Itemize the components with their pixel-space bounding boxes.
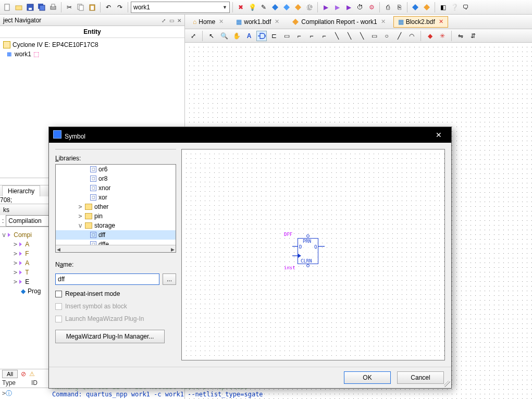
project-row[interactable]: ▦ work1 ⬚ [3, 49, 181, 59]
tab-block2[interactable]: ▦ Block2.bdf ✕ [393, 16, 448, 28]
resize-grip-icon[interactable] [444, 381, 450, 387]
dl-blue-icon[interactable] [410, 2, 420, 13]
stop-icon[interactable]: STOP [304, 2, 315, 13]
undo-icon[interactable]: ↶ [103, 2, 114, 13]
device-row[interactable]: Cyclone IV E: EP4CE10F17C8 [3, 40, 181, 49]
ok-button[interactable]: OK [344, 371, 391, 384]
new-icon[interactable] [2, 2, 13, 13]
close-panel-icon[interactable]: ✕ [177, 18, 181, 23]
dialog-titlebar[interactable]: Symbol ✕ [49, 127, 451, 143]
clock-icon[interactable]: ⏱ [355, 2, 365, 13]
zoom-icon[interactable]: 🔍 [219, 31, 229, 41]
misc2-icon[interactable]: ⎘ [394, 2, 404, 13]
arc-icon[interactable]: ◠ [406, 31, 417, 41]
tab-compilation-report[interactable]: Compilation Report - work1 ✕ [287, 16, 390, 28]
name-input[interactable] [55, 273, 159, 285]
misc1-icon[interactable]: ⎙ [382, 2, 393, 13]
expand-icon[interactable]: > [78, 212, 83, 220]
close-icon[interactable]: ✕ [275, 18, 279, 25]
list-item[interactable]: ◻or8 [56, 174, 176, 183]
folder-pin[interactable]: >pin [56, 211, 176, 221]
hand-icon[interactable]: ✋ [231, 31, 242, 41]
help-icon[interactable]: ❔ [449, 2, 460, 13]
block-icon[interactable]: ▭ [281, 31, 292, 41]
paste-icon[interactable] [87, 2, 97, 13]
play2-icon[interactable]: ▶ [332, 2, 342, 13]
list-item-dff[interactable]: ◻dff [56, 230, 176, 240]
pin-tool-icon[interactable]: ⊏ [269, 31, 279, 41]
list-item[interactable]: ◻dffe [56, 240, 176, 245]
tool-1-icon[interactable]: ✖ [236, 2, 246, 13]
dock-icon[interactable]: ▭ [169, 18, 174, 23]
error-icon[interactable]: ⊘ [21, 370, 26, 378]
scroll-right-icon[interactable]: ▶ [171, 247, 175, 252]
tab-work1[interactable]: ▦ work1.bdf ✕ [231, 16, 284, 28]
play-icon [19, 280, 22, 284]
ortho2-icon[interactable]: ⌐ [306, 31, 317, 41]
tool-orange-icon[interactable] [293, 2, 303, 13]
open-icon[interactable] [14, 2, 24, 13]
flip-v-icon[interactable]: ⇵ [468, 31, 478, 41]
filter-all[interactable]: All [2, 370, 18, 378]
diag2-icon[interactable]: ╲ [344, 31, 354, 41]
ortho-icon[interactable]: ⌐ [294, 31, 304, 41]
cancel-button[interactable]: Cancel [397, 371, 444, 384]
symbol-preview[interactable]: DFF inst PRN CLRN D Q [181, 149, 445, 360]
tool-blue-icon[interactable] [270, 2, 280, 13]
play-icon[interactable]: ▶ [320, 2, 331, 13]
close-icon[interactable]: ✕ [439, 18, 443, 25]
warn-icon[interactable]: ⚠ [29, 370, 35, 378]
h-scrollbar[interactable]: ◀▶ [56, 245, 176, 253]
redo-icon[interactable]: ↷ [115, 2, 125, 13]
extra-icon[interactable]: ◧ [438, 2, 448, 13]
svg-text:STOP: STOP [306, 4, 313, 10]
close-icon[interactable]: ✕ [219, 18, 224, 25]
snap-icon[interactable]: ◆ [425, 31, 435, 41]
dl-orange-icon[interactable] [422, 2, 432, 13]
snap2-icon[interactable]: ✳ [437, 31, 448, 41]
name-label: Name: [55, 261, 176, 268]
copy-icon[interactable] [76, 2, 86, 13]
saveall-icon[interactable] [36, 2, 47, 13]
list-item[interactable]: ◻xor [56, 193, 176, 202]
cut-icon[interactable]: ✂ [64, 2, 75, 13]
hierarchy-tab[interactable]: Hierarchy [2, 185, 40, 196]
gear-icon[interactable]: ⚙ [366, 2, 377, 13]
rect-icon[interactable]: ▭ [369, 31, 379, 41]
checkbox-icon[interactable] [55, 291, 62, 297]
extra2-icon[interactable]: 🗨 [461, 2, 471, 13]
diag3-icon[interactable]: ╲ [356, 31, 367, 41]
folder-storage[interactable]: vstorage [56, 221, 176, 230]
tab-home[interactable]: ⌂ Home ✕ [188, 16, 228, 28]
list-item[interactable]: ◻or6 [56, 165, 176, 174]
oval-icon[interactable]: ○ [381, 31, 392, 41]
play-red-icon[interactable]: ▶ [343, 2, 354, 13]
tool-bulb-icon[interactable]: 💡 [247, 2, 257, 13]
nav-title: ject Navigator [3, 17, 41, 24]
line-icon[interactable]: ╱ [394, 31, 404, 41]
flip-h-icon[interactable]: ⇋ [455, 31, 466, 41]
tool-pencil-icon[interactable]: ✎ [258, 2, 269, 13]
tool-blue2-icon[interactable] [281, 2, 292, 13]
megawizard-button[interactable]: MegaWizard Plug-In Manager... [55, 330, 165, 343]
symbol-icon[interactable] [256, 31, 267, 41]
zoom-fit-icon[interactable]: ⤢ [188, 31, 199, 41]
diag-icon[interactable]: ╲ [331, 31, 342, 41]
close-icon[interactable]: ✕ [430, 131, 447, 139]
pointer-icon[interactable]: ↖ [206, 31, 217, 41]
print-icon[interactable] [48, 2, 58, 13]
libraries-listbox[interactable]: ◻or6 ◻or8 ◻xnor ◻xor >other >pin vstorag… [55, 164, 176, 253]
expand-icon[interactable]: > [78, 203, 83, 211]
list-item[interactable]: ◻xnor [56, 183, 176, 193]
ortho3-icon[interactable]: ⌐ [319, 31, 329, 41]
browse-button[interactable]: ... [163, 273, 176, 285]
collapse-icon[interactable]: v [78, 221, 83, 230]
close-icon[interactable]: ✕ [381, 18, 386, 25]
scroll-left-icon[interactable]: ◀ [57, 247, 60, 252]
save-icon[interactable] [25, 2, 35, 13]
text-icon[interactable]: A [244, 31, 254, 41]
folder-other[interactable]: >other [56, 202, 176, 211]
repeat-insert-checkbox[interactable]: Repeat-insert mode [55, 290, 176, 297]
pin-icon[interactable]: ⤢ [162, 18, 166, 23]
project-combo[interactable]: work1 ▼ [131, 2, 230, 13]
